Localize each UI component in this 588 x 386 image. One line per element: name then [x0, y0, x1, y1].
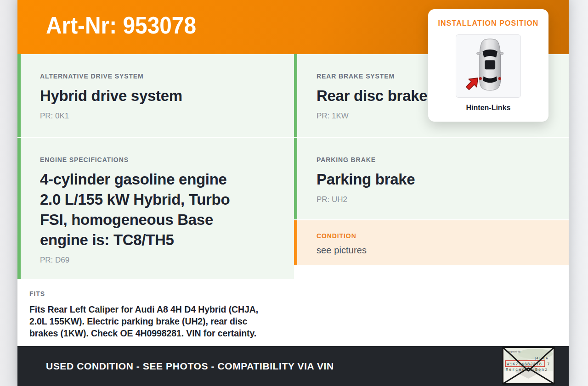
direction-arrow-icon [464, 75, 481, 91]
card-title: 4-cylinder gasoline engine 2.0 L/155 kW … [40, 169, 281, 250]
footer-banner: USED CONDITION - SEE PHOTOS - COMPATIBIL… [17, 346, 569, 386]
column-left: ALTERNATIVE DRIVE SYSTEM Hybrid drive sy… [17, 54, 294, 345]
page-background: { "header": { "art_number": "Art-Nr: 953… [0, 0, 588, 386]
installation-position-label: Hinten-Links [428, 104, 548, 112]
card-title: Parking brake [317, 169, 556, 190]
envelope-over-registration-document-icon: Fahrgestell-Nr. |4| A|A W1K71463J318 7 M… [502, 347, 555, 385]
fits-description: Fits Rear Left Caliper for Audi A8 4H D4… [29, 303, 284, 339]
card-pr-code: PR: D69 [40, 256, 281, 265]
card-fits: FITS Fits Rear Left Caliper for Audi A8 … [17, 280, 294, 344]
condition-text: see pictures [317, 245, 556, 256]
card-pr-code: PR: UH2 [317, 195, 556, 204]
card-label: FITS [29, 290, 284, 297]
card-parking-brake: PARKING BRAKE Parking brake PR: UH2 [294, 138, 569, 219]
installation-position-title: INSTALLATION POSITION [428, 19, 548, 28]
card-label: CONDITION [317, 232, 556, 240]
card-label: ENGINE SPECIFICATIONS [40, 156, 281, 163]
vin-suffix-text: 7 [547, 362, 549, 367]
installation-position-card: INSTALLATION POSITION [428, 9, 548, 122]
car-image-box [456, 34, 521, 98]
card-engine-specifications: ENGINE SPECIFICATIONS 4-cylinder gasolin… [17, 138, 294, 279]
card-title: Hybrid drive system [40, 86, 281, 106]
footer-text: USED CONDITION - SEE PHOTOS - COMPATIBIL… [46, 361, 334, 372]
card-label: PARKING BRAKE [317, 156, 556, 163]
card-pr-code: PR: 0K1 [40, 112, 281, 121]
card-alternative-drive-system: ALTERNATIVE DRIVE SYSTEM Hybrid drive sy… [17, 54, 294, 137]
card-label: ALTERNATIVE DRIVE SYSTEM [40, 73, 281, 80]
art-number-title: Art-Nr: 953078 [46, 11, 196, 39]
card-condition: CONDITION see pictures [294, 220, 569, 265]
